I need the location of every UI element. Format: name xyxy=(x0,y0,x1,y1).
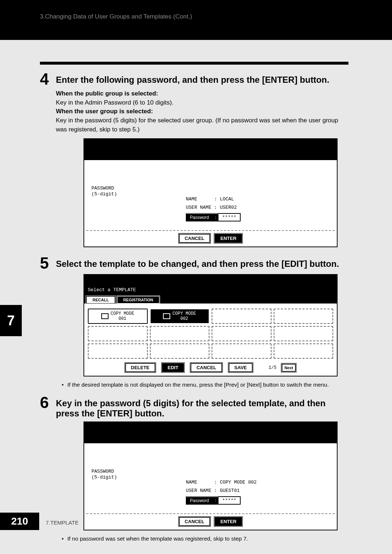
note-text: If the desired template is not displayed… xyxy=(67,382,328,388)
template-button-bar: DELETE EDIT CANCEL SAVE 1/5 Next xyxy=(86,360,335,374)
username-value: : USER02 xyxy=(214,205,237,210)
password-colon: : xyxy=(213,214,219,221)
panel-black-header xyxy=(84,139,337,160)
template-icon xyxy=(163,313,170,319)
footer-chapter: 7.TEMPLATE xyxy=(46,520,79,526)
template-cell-empty[interactable] xyxy=(150,343,210,359)
name-label: NAME xyxy=(186,196,197,202)
template-select-panel: Select a TEMPLATE RECALL REGISTRATION CO… xyxy=(83,274,338,376)
password-panel-template: PASSWORD (5-digit) NAME : COPY MODE 002 … xyxy=(83,421,338,530)
section-rule xyxy=(40,62,348,65)
password-input[interactable]: ***** xyxy=(218,213,240,221)
template-cell-empty[interactable] xyxy=(88,326,148,341)
step-4-body: When the public group is selected: Key i… xyxy=(56,89,348,134)
step-5-note: • If the desired template is not display… xyxy=(62,382,348,388)
step-number-6: 6 xyxy=(40,395,56,411)
page-indicator: 1/5 xyxy=(269,365,277,370)
password-colon: : xyxy=(213,497,219,504)
name-label: NAME xyxy=(186,480,197,485)
template-cell-label: COPY MODE 001 xyxy=(111,311,134,321)
template-cell-001[interactable]: COPY MODE 001 xyxy=(88,309,148,324)
password-5digit-label: PASSWORD (5-digit) xyxy=(91,186,117,197)
template-cell-empty[interactable] xyxy=(212,309,271,324)
name-value: : LOCAL xyxy=(214,196,234,202)
panel-button-bar: CANCEL ENTER xyxy=(86,513,335,530)
password-panel-group: PASSWORD (5-digit) NAME : LOCAL USER NAM… xyxy=(83,138,338,247)
template-cell-empty[interactable] xyxy=(274,343,334,359)
breadcrumb: 3.Changing Data of User Groups and Templ… xyxy=(40,13,192,20)
panel-black-header xyxy=(84,422,337,443)
name-value: : COPY MODE 002 xyxy=(214,480,257,485)
template-cell-002[interactable]: COPY MODE 002 xyxy=(150,309,210,324)
main-content: 4 Enter the following password, and then… xyxy=(40,62,348,549)
username-label: USER NAME xyxy=(186,488,211,493)
password-input[interactable]: ***** xyxy=(218,497,240,504)
next-button[interactable]: Next xyxy=(282,364,296,372)
username-label: USER NAME xyxy=(186,205,211,210)
template-icon xyxy=(101,313,109,319)
note-text: If no password was set when the template… xyxy=(67,535,248,542)
enter-button[interactable]: ENTER xyxy=(215,517,242,526)
template-cell-empty[interactable] xyxy=(212,326,271,341)
tab-recall[interactable]: RECALL xyxy=(86,296,115,304)
enter-button[interactable]: ENTER xyxy=(215,234,242,243)
template-cell-empty[interactable] xyxy=(212,343,271,359)
cancel-button[interactable]: CANCEL xyxy=(179,234,210,243)
step-4-title: Enter the following password, and then p… xyxy=(56,71,329,85)
tpl-black-header xyxy=(84,275,337,284)
tab-registration[interactable]: REGISTRATION xyxy=(117,296,159,304)
password-label-box: Password xyxy=(186,214,213,221)
user-heading: When the user group is selected: xyxy=(56,107,348,116)
step-4-header: 4 Enter the following password, and then… xyxy=(40,71,348,87)
template-cell-label: COPY MODE 002 xyxy=(172,311,196,321)
template-cell-empty[interactable] xyxy=(150,326,210,341)
cancel-button[interactable]: CANCEL xyxy=(191,363,222,372)
public-heading: When the public group is selected: xyxy=(56,89,348,98)
delete-button[interactable]: DELETE xyxy=(125,363,155,372)
step-number-5: 5 xyxy=(40,255,56,271)
template-cell-empty[interactable] xyxy=(274,309,334,324)
step-6-title: Key in the password (5 digits) for the s… xyxy=(56,395,348,419)
step-number-4: 4 xyxy=(40,71,56,87)
step-5-header: 5 Select the template to be changed, and… xyxy=(40,255,348,271)
public-text: Key in the Admin Password (6 to 10 digit… xyxy=(56,98,348,107)
edit-button[interactable]: EDIT xyxy=(162,363,184,372)
panel-button-bar: CANCEL ENTER xyxy=(86,230,335,247)
template-cell-empty[interactable] xyxy=(274,326,334,341)
page-number-box: 210 xyxy=(0,513,39,530)
cancel-button[interactable]: CANCEL xyxy=(179,517,210,526)
step-5-title: Select the template to be changed, and t… xyxy=(56,255,339,269)
tpl-tab-bar: RECALL REGISTRATION xyxy=(84,294,337,304)
chapter-side-tab: 7 xyxy=(0,305,22,336)
username-value: : GUEST01 xyxy=(214,488,240,493)
password-label-box: Password xyxy=(186,497,213,504)
user-text: Key in the password (5 digits) for the s… xyxy=(56,116,348,134)
select-template-text: Select a TEMPLATE xyxy=(84,284,337,294)
template-grid: COPY MODE 001 COPY MODE 002 xyxy=(86,306,335,360)
step-6-note: • If no password was set when the templa… xyxy=(62,535,348,542)
save-button[interactable]: SAVE xyxy=(229,363,253,372)
password-5digit-label: PASSWORD (5-digit) xyxy=(91,469,117,480)
template-cell-empty[interactable] xyxy=(88,343,148,359)
step-6-header: 6 Key in the password (5 digits) for the… xyxy=(40,395,348,419)
